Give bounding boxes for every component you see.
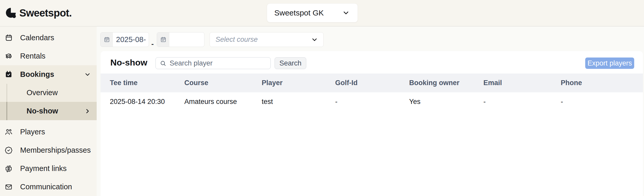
column-header-tee-time: Tee time: [110, 79, 184, 87]
chevron-down-icon: [84, 71, 91, 78]
column-header-course: Course: [184, 79, 262, 87]
no-show-panel: No-show Search Export players Tee time C…: [101, 51, 643, 196]
date-to-field[interactable]: [157, 32, 204, 47]
sidebar-item-label: Communication: [20, 183, 72, 191]
sidebar-item-label: Memberships/passes: [20, 146, 91, 154]
top-bar-actions: ?: [536, 0, 644, 27]
cell-course: Amateurs course: [184, 98, 262, 106]
sidebar-item-players[interactable]: Players: [0, 123, 97, 141]
calendar-small-icon: [101, 32, 113, 47]
cell-phone: -: [561, 98, 643, 106]
sidebar-bookings-section: Bookings Overview No-show: [0, 65, 97, 120]
golf-cart-icon: [5, 52, 13, 60]
table-header-row: Tee time Course Player Golf-Id Booking o…: [101, 74, 643, 92]
calendar-icon: [5, 34, 13, 42]
chevron-right-icon: [84, 108, 91, 115]
cell-tee-time: 2025-08-14 20:30: [110, 98, 184, 106]
submenu-active-indicator: [6, 102, 7, 120]
sidebar-item-label: Rentals: [20, 52, 45, 60]
course-select-dropdown[interactable]: Select course: [210, 32, 324, 47]
envelope-icon: [5, 183, 13, 191]
users-icon: [5, 128, 13, 136]
sidebar-subitem-overview[interactable]: Overview: [0, 84, 97, 102]
search-button[interactable]: Search: [275, 57, 306, 69]
app-root: Sweetspot. Sweetspot GK: [0, 0, 644, 196]
banknote-arrows-icon: [5, 164, 13, 173]
sidebar-item-label: Bookings: [20, 70, 54, 79]
date-from-input[interactable]: [113, 32, 149, 47]
column-header-golf-id: Golf-Id: [335, 79, 409, 87]
sidebar-item-label: Players: [20, 128, 45, 136]
sidebar-item-rentals[interactable]: Rentals: [0, 47, 97, 65]
cell-booking-owner: Yes: [409, 98, 483, 106]
column-header-email: Email: [483, 79, 561, 87]
sidebar-subitem-label: No-show: [27, 107, 58, 115]
sidebar-item-communication[interactable]: Communication: [0, 178, 97, 196]
cell-golf-id: -: [335, 98, 409, 106]
club-selector-dropdown[interactable]: Sweetspot GK: [267, 3, 358, 22]
column-header-booking-owner: Booking owner: [409, 79, 483, 87]
sweetspot-logo[interactable]: Sweetspot.: [6, 0, 72, 26]
sidebar-item-calendars[interactable]: Calendars: [0, 29, 97, 47]
cell-player: test: [262, 98, 335, 106]
sidebar-subitem-label: Overview: [27, 88, 58, 97]
sidebar-item-memberships[interactable]: Memberships/passes: [0, 141, 97, 159]
table-row[interactable]: 2025-08-14 20:30 Amateurs course test - …: [101, 92, 643, 111]
chevron-down-icon: [342, 9, 350, 17]
calendar-small-icon: [157, 32, 169, 47]
player-search-input[interactable]: [167, 58, 270, 69]
column-header-phone: Phone: [561, 79, 643, 87]
cell-email: -: [483, 98, 561, 106]
club-selector-value: Sweetspot GK: [267, 9, 342, 17]
page-title: No-show: [110, 57, 147, 67]
search-icon: [160, 60, 167, 67]
chevron-down-icon: [311, 36, 318, 43]
date-range-separator: -: [151, 40, 154, 48]
player-search-field[interactable]: [155, 57, 271, 69]
sidebar: Calendars Rentals: [0, 27, 97, 196]
export-players-button[interactable]: Export players: [585, 58, 634, 69]
panel-toolbar: No-show Search Export players: [101, 51, 643, 74]
sidebar-item-bookings[interactable]: Bookings: [0, 65, 97, 84]
brand-name: Sweetspot.: [19, 7, 72, 19]
badge-check-icon: [5, 146, 13, 154]
sidebar-item-label: Calendars: [20, 34, 54, 42]
top-bar: Sweetspot. Sweetspot GK: [0, 0, 644, 27]
sweetspot-logo-icon: [6, 7, 16, 19]
submenu-guide-line: [6, 84, 7, 102]
column-header-player: Player: [262, 79, 335, 87]
sidebar-subitem-no-show[interactable]: No-show: [0, 102, 97, 120]
sidebar-item-payment-links[interactable]: Payment links: [0, 159, 97, 178]
course-select-placeholder: Select course: [210, 36, 311, 44]
main-content: - Select course No-: [97, 27, 644, 196]
date-from-field[interactable]: [100, 32, 149, 47]
date-to-input[interactable]: [169, 32, 204, 47]
sidebar-item-label: Payment links: [20, 164, 67, 173]
filter-bar: - Select course: [97, 32, 644, 47]
calendar-check-filled-icon: [5, 70, 13, 78]
